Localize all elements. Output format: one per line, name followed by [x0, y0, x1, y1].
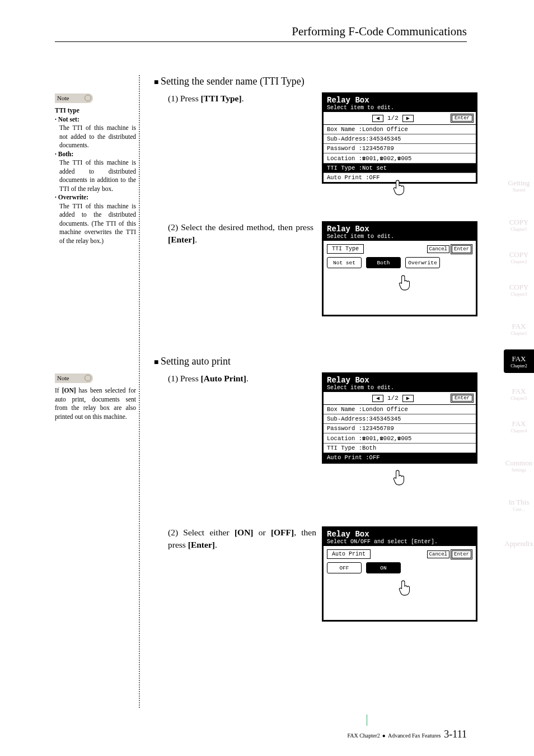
sidebar-note-tti: TTI type · Not set: The TTI of this mach…: [55, 106, 136, 245]
lcd-row-location[interactable]: Location :☎001,☎002,☎005: [324, 433, 476, 444]
tab-fax-ch3[interactable]: FAXChapter3: [504, 382, 534, 405]
lcd-row-boxname[interactable]: Box Name :London Office: [324, 405, 476, 414]
page-header-title: Performing F-Code Communications: [292, 25, 467, 39]
next-icon[interactable]: ▶: [402, 395, 414, 402]
option-notset[interactable]: Not set: [327, 257, 362, 268]
page-footer: FAX Chapter2 ● Advanced Fax Features 3-1…: [347, 729, 467, 740]
lcd-screen-tti-list: Relay Box Select item to edit. ◀ 1/2 ▶ E…: [322, 92, 477, 184]
tab-l2: Case...: [513, 507, 525, 512]
enter-button[interactable]: Enter: [451, 244, 472, 254]
lcd-subtitle: Select item to edit.: [327, 385, 472, 391]
lcd-subtitle: Select ON/OFF and select [Enter].: [327, 539, 472, 545]
tab-fax-ch4[interactable]: FAXChapter4: [504, 414, 534, 438]
prev-icon[interactable]: ◀: [372, 115, 383, 122]
tab-l1: Common: [505, 459, 532, 468]
step-b2-bold3: [Enter]: [188, 540, 215, 549]
lcd-row-ttitype[interactable]: TTI Type :Not set: [324, 164, 476, 173]
tti-item-overwrite-label: · Overwrite:: [55, 194, 88, 200]
next-icon[interactable]: ▶: [402, 115, 414, 122]
lcd-header: Relay Box Select item to edit.: [324, 374, 476, 392]
lcd-row-subaddr[interactable]: Sub-Address:345345345: [324, 414, 476, 424]
lcd-screen-autoprint-list: Relay Box Select item to edit. ◀ 1/2 ▶ E…: [322, 372, 477, 464]
tab-l2: Chapter1: [510, 331, 527, 336]
lcd-subtitle: Select item to edit.: [327, 105, 472, 111]
tti-item-both-label: · Both:: [55, 151, 73, 157]
cancel-button[interactable]: Cancel: [427, 550, 449, 558]
option-overwrite[interactable]: Overwrite: [405, 257, 440, 268]
tab-appendix[interactable]: Appendix: [504, 532, 534, 556]
pointer-icon: [397, 274, 413, 291]
note-tab: Note: [55, 94, 93, 103]
lcd-page: 1/2: [387, 395, 399, 402]
lcd-title: Relay Box: [327, 530, 472, 539]
lcd-row-password[interactable]: Password :123456789: [324, 424, 476, 433]
lcd-title: Relay Box: [327, 225, 472, 234]
note-bullet-icon: [85, 95, 91, 101]
tti-item-both-body: The TTI of this machine is added to dist…: [55, 158, 136, 193]
step-a1: (1) Press [TTI Type].: [168, 92, 308, 105]
dialog-label: Auto Print: [327, 549, 371, 559]
tab-copy-ch1[interactable]: COPYChapter1: [504, 213, 534, 236]
step-b1-tail: .: [246, 374, 249, 383]
column-divider: [139, 75, 140, 708]
tab-copy-ch3[interactable]: COPYChapter3: [504, 278, 534, 301]
lcd-row-subaddr[interactable]: Sub-Address:345345345: [324, 134, 476, 144]
tab-l1: COPY: [509, 250, 529, 259]
option-off[interactable]: OFF: [327, 562, 362, 573]
step-b1-text: (1) Press: [168, 374, 201, 383]
tab-common-settings[interactable]: CommonSettings: [504, 454, 534, 477]
lcd-header: Relay Box Select item to edit.: [324, 94, 476, 112]
pointer-icon: [397, 580, 413, 596]
header-rule: [55, 41, 467, 42]
tti-heading: TTI type: [55, 107, 79, 114]
tab-in-this-case[interactable]: In ThisCase...: [504, 493, 534, 516]
tti-item-notset-label: · Not set:: [55, 116, 79, 123]
lcd-header: Relay Box Select item to edit.: [324, 223, 476, 241]
note-label: Note: [57, 95, 69, 101]
option-on[interactable]: ON: [366, 562, 401, 573]
lcd-header: Relay Box Select ON/OFF and select [Ente…: [324, 528, 476, 546]
tab-l1: FAX: [512, 322, 526, 331]
tti-item-overwrite-body: The TTI of this machine is added to the …: [55, 202, 136, 246]
option-both[interactable]: Both: [366, 257, 401, 268]
tab-copy-ch2[interactable]: COPYChapter2: [504, 245, 534, 269]
prev-icon[interactable]: ◀: [372, 395, 383, 402]
step-b1-bold: [Auto Print]: [201, 374, 246, 383]
cancel-button[interactable]: Cancel: [427, 245, 449, 253]
lcd-row-password[interactable]: Password :123456789: [324, 144, 476, 153]
tab-getting-started[interactable]: GettingStarted: [504, 174, 534, 197]
tab-l2: Chapter4: [510, 428, 527, 433]
footer-rule: [367, 715, 367, 726]
tab-fax-ch2[interactable]: FAXChapter2: [504, 349, 534, 373]
note-label: Note: [57, 375, 69, 381]
lcd-row-boxname[interactable]: Box Name :London Office: [324, 125, 476, 134]
lcd-row-autoprint[interactable]: Auto Print :OFF: [324, 453, 476, 462]
tab-l1: In This: [509, 498, 530, 507]
lcd-subtitle: Select item to edit.: [327, 234, 472, 240]
note2-bold: [ON]: [62, 387, 76, 394]
step-b2-text: (2) Select either: [168, 528, 235, 537]
step-a2-bold: [Enter]: [168, 235, 195, 244]
tab-l2: Chapter2: [510, 259, 527, 264]
enter-button[interactable]: Enter: [451, 114, 474, 123]
pointer-icon: [392, 179, 407, 196]
enter-button[interactable]: Enter: [451, 549, 472, 559]
step-b1: (1) Press [Auto Print].: [168, 372, 313, 385]
tab-l2: Chapter3: [510, 396, 527, 401]
step-a1-text: (1) Press: [168, 94, 201, 103]
enter-button[interactable]: Enter: [451, 394, 474, 403]
step-b2-mid: or: [254, 528, 271, 537]
step-b2-bold2: [OFF]: [271, 528, 294, 537]
step-a1-bold: [TTI Type]: [201, 94, 242, 103]
step-b2-d: .: [215, 540, 217, 549]
dialog-label: TTI Type: [327, 244, 364, 254]
tab-l1: FAX: [512, 354, 526, 363]
tab-fax-ch1[interactable]: FAXChapter1: [504, 317, 534, 340]
lcd-row-ttitype[interactable]: TTI Type :Both: [324, 444, 476, 453]
note2-a: If: [55, 387, 62, 394]
tab-l1: COPY: [509, 218, 529, 227]
pointer-icon: [392, 469, 407, 486]
tab-l2: Chapter3: [510, 292, 527, 297]
tab-l1: Appendix: [504, 539, 533, 548]
lcd-row-location[interactable]: Location :☎001,☎002,☎005: [324, 153, 476, 164]
